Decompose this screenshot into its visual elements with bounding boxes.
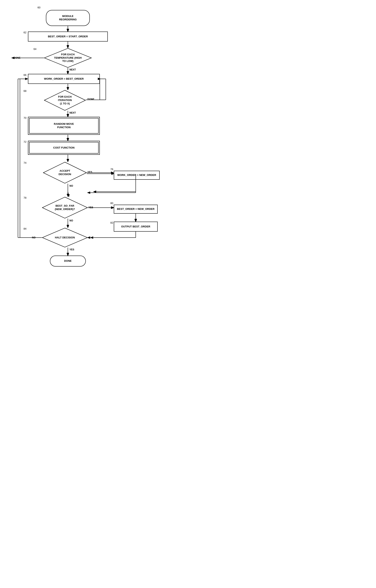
- ref-68: 68: [23, 89, 26, 93]
- node-for-each-iteration: FOR EACHITERATION(1 TO X): [44, 90, 86, 111]
- label-no-78: NO: [69, 219, 73, 222]
- node-random-move-label: RANDOM MOVEFUNCTION: [54, 122, 74, 129]
- node-random-move-function: RANDOM MOVEFUNCTION: [28, 117, 100, 135]
- ref-78: 78: [23, 196, 26, 199]
- node-module-reordering-label: MODULEREORDERING: [59, 15, 77, 21]
- ref-62: 62: [23, 31, 26, 34]
- label-no-84: NO: [32, 236, 35, 239]
- node-best-so-far: BEST_SO_FAR(NEW_ORDER)?: [42, 197, 88, 219]
- node-output-best-order-label: OUTPUT BEST_ORDER: [121, 225, 150, 228]
- ref-82: 82: [110, 221, 113, 224]
- node-work-order-new: WORK_ORDER = NEW_ORDER: [114, 171, 160, 180]
- label-done-iteration: DONE: [87, 98, 94, 101]
- connector-lines: [0, 0, 188, 579]
- node-best-so-far-label: BEST_SO_FAR(NEW_ORDER)?: [55, 204, 75, 211]
- node-output-best-order: OUTPUT BEST_ORDER: [114, 222, 158, 231]
- ref-74: 74: [23, 161, 26, 164]
- node-for-each-temperature-label: FOR EACHTEMPERATURE (HIGHTO LOW): [54, 53, 82, 63]
- node-done-label: DONE: [64, 259, 72, 263]
- node-done: DONE: [50, 256, 86, 267]
- ref-60: 60: [38, 6, 40, 9]
- connector-lines-2: [0, 0, 188, 579]
- node-halt-decision-label: HALT DECISION: [55, 236, 75, 239]
- node-accept-decision-label: ACCEPTDECISION: [59, 169, 71, 176]
- node-best-order-new-label: BEST_ORDER = NEW_ORDER: [117, 208, 155, 211]
- node-for-each-temperature: FOR EACHTEMPERATURE (HIGHTO LOW): [44, 48, 92, 68]
- node-work-order-new-label: WORK_ORDER = NEW_ORDER: [117, 174, 156, 177]
- ref-64: 64: [33, 48, 36, 51]
- node-halt-decision: HALT DECISION: [42, 228, 88, 248]
- ref-66: 66: [23, 74, 26, 76]
- node-work-order-best: WORK_ORDER = BEST_ORDER: [28, 74, 100, 84]
- node-best-order-new: BEST_ORDER = NEW_ORDER: [114, 205, 158, 214]
- label-next-68: NEXT: [69, 111, 76, 114]
- label-yes-74: YES: [87, 171, 92, 174]
- label-next-64: NEXT: [69, 68, 76, 71]
- node-best-order-start: BEST_ORDER = START_ORDER: [28, 32, 108, 42]
- node-accept-decision: ACCEPTDECISION: [43, 162, 87, 184]
- node-module-reordering: MODULEREORDERING: [46, 10, 90, 26]
- node-for-each-iteration-label: FOR EACHITERATION(1 TO X): [58, 95, 72, 105]
- ref-70: 70: [23, 116, 26, 119]
- label-yes-84: YES: [69, 248, 74, 251]
- ref-72: 72: [23, 140, 26, 143]
- flowchart-diagram: 60 MODULEREORDERING 62 BEST_ORDER = STAR…: [0, 0, 188, 579]
- ref-84: 84: [23, 227, 26, 230]
- label-done-temperature: DONE: [14, 56, 21, 59]
- node-work-order-best-label: WORK_ORDER = BEST_ORDER: [44, 77, 84, 81]
- label-yes-78: YES: [88, 206, 93, 209]
- ref-76: 76: [110, 168, 113, 171]
- node-cost-function-label: COST FUNCTION: [53, 146, 75, 149]
- node-best-order-start-label: BEST_ORDER = START_ORDER: [48, 35, 88, 38]
- ref-80: 80: [110, 202, 113, 205]
- svg-line-11: [68, 192, 69, 197]
- node-cost-function: COST FUNCTION: [28, 141, 100, 155]
- label-no-74: NO: [69, 185, 73, 187]
